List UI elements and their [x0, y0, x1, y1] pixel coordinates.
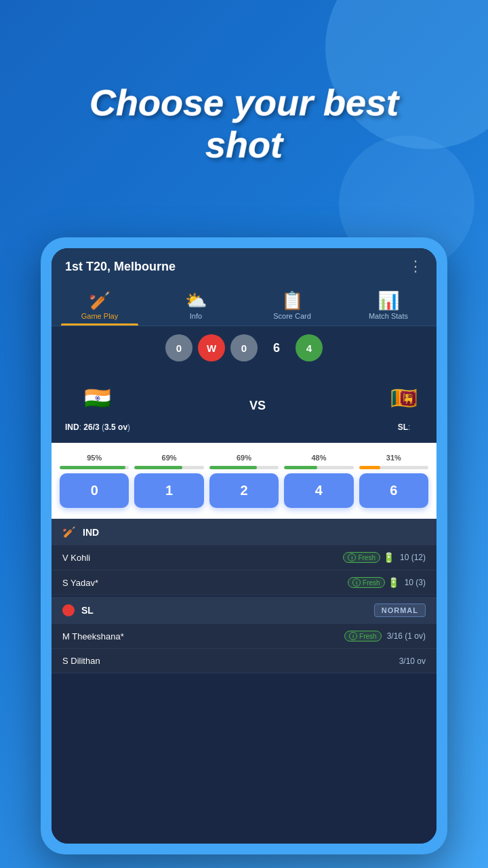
team-sl-name: SL — [81, 605, 94, 616]
team2-flag: 🇱🇰 — [385, 379, 423, 417]
ball-4: 4 — [296, 334, 323, 361]
shot-2-bar-track — [209, 466, 279, 469]
tab-gameplay[interactable]: 🏏 Game Play — [52, 285, 148, 326]
player-theekshana-badges: i Fresh — [344, 631, 382, 642]
shot-0-btn[interactable]: 0 — [60, 473, 129, 508]
yadav-fresh-badge: i Fresh — [348, 577, 385, 588]
kohli-fresh-badge: i Fresh — [343, 552, 380, 563]
shot-1: 69% 1 — [134, 454, 203, 508]
shot-4-bar — [284, 466, 317, 469]
shot-0-bar-track — [60, 466, 129, 469]
phone-frame: 1st T20, Melbourne ⋮ 🏏 Game Play ⛅ Info … — [41, 237, 447, 854]
player-yadav-name: S Yadav* — [62, 578, 344, 588]
shot-1-bar-track — [134, 466, 203, 469]
nav-tabs: 🏏 Game Play ⛅ Info 📋 Score Card 📊 Match … — [52, 285, 436, 326]
ball-w: W — [198, 334, 225, 361]
tab-gameplay-label: Game Play — [81, 312, 118, 320]
team-ind-block: 🏏 IND V Kohli i Fresh 🔋 10 (12) S — [52, 519, 436, 595]
tab-scorecard[interactable]: 📋 Score Card — [244, 285, 340, 326]
team1-wrap: 🇮🇳 IND: 26/3 (3.5 ov) — [65, 379, 130, 432]
info-dot: i — [348, 553, 356, 561]
gameplay-icon: 🏏 — [89, 292, 110, 309]
dilithan-score: 3/10 ov — [399, 656, 426, 666]
shot-6: 31% 6 — [359, 454, 428, 508]
info-icon: ⛅ — [185, 292, 207, 309]
menu-icon[interactable]: ⋮ — [408, 258, 423, 275]
team-sl-block: SL NORMAL M Theekshana* i Fresh 3/16 (1 … — [52, 597, 436, 673]
player-theekshana-name: M Theekshana* — [62, 631, 340, 642]
sl-dot — [62, 604, 75, 616]
shot-1-btn[interactable]: 1 — [134, 473, 203, 508]
shot-4-bar-track — [284, 466, 353, 469]
theekshana-score: 3/16 (1 ov) — [387, 631, 426, 641]
team-ind-name: IND — [83, 527, 99, 538]
player-dilithan-name: S Dilithan — [62, 656, 394, 666]
hero-title: Choose your best shot — [41, 81, 447, 165]
shot-section: 95% 0 69% 1 69% — [52, 443, 436, 519]
tab-matchstats[interactable]: 📊 Match Stats — [340, 285, 436, 326]
ball-6: 6 — [263, 334, 290, 361]
team-ind-header: 🏏 IND — [52, 519, 436, 545]
shot-2: 69% 2 — [209, 454, 279, 508]
bat-icon: 🏏 — [62, 526, 76, 538]
shot-6-bar — [359, 466, 381, 469]
shot-0-bar — [60, 466, 125, 469]
team-sl-header: SL NORMAL — [52, 597, 436, 624]
kohli-score: 10 (12) — [400, 553, 426, 562]
shot-4-pct: 48% — [311, 454, 326, 462]
shot-0-pct: 95% — [87, 454, 102, 462]
shot-6-bar-track — [359, 466, 428, 469]
vs-label: VS — [249, 399, 266, 413]
screen-header: 1st T20, Melbourne ⋮ — [52, 248, 436, 285]
theekshana-fresh-badge: i Fresh — [344, 631, 382, 642]
phone-screen: 1st T20, Melbourne ⋮ 🏏 Game Play ⛅ Info … — [52, 248, 436, 844]
tab-info[interactable]: ⛅ Info — [148, 285, 244, 326]
team1-flag: 🇮🇳 — [79, 379, 117, 417]
info-dot-2: i — [352, 578, 361, 587]
tab-info-label: Info — [190, 312, 202, 320]
shot-2-btn[interactable]: 2 — [209, 473, 279, 508]
kohli-battery-icon: 🔋 — [383, 552, 394, 563]
shot-options: 95% 0 69% 1 69% — [60, 454, 428, 508]
player-theekshana: M Theekshana* i Fresh 3/16 (1 ov) — [52, 624, 436, 649]
player-dilithan: S Dilithan 3/10 ov — [52, 649, 436, 673]
normal-badge: NORMAL — [374, 604, 426, 617]
player-yadav: S Yadav* i Fresh 🔋 10 (3) — [52, 570, 436, 595]
shot-2-bar — [209, 466, 258, 469]
shot-2-pct: 69% — [237, 454, 251, 462]
shot-4-btn[interactable]: 4 — [284, 473, 353, 508]
theekshana-fresh-label: Fresh — [359, 633, 377, 640]
player-kohli-badges: i Fresh 🔋 — [343, 552, 394, 563]
yadav-score: 10 (3) — [405, 578, 426, 587]
player-kohli: V Kohli i Fresh 🔋 10 (12) — [52, 545, 436, 570]
yadav-fresh-label: Fresh — [363, 579, 380, 587]
kohli-fresh-label: Fresh — [358, 554, 375, 561]
shot-6-pct: 31% — [386, 454, 401, 462]
score-balls-row: 0 W 0 6 4 — [52, 326, 436, 370]
yadav-battery-icon: 🔋 — [388, 577, 399, 588]
matchstats-icon: 📊 — [378, 292, 399, 309]
ball-0b: 0 — [230, 334, 258, 361]
match-section: 🇮🇳 IND: 26/3 (3.5 ov) VS 🇱🇰 SL: — [52, 370, 436, 443]
players-section: 🏏 IND V Kohli i Fresh 🔋 10 (12) S — [52, 519, 436, 844]
shot-4: 48% 4 — [284, 454, 353, 508]
team2-score: SL: — [398, 422, 411, 432]
scorecard-icon: 📋 — [281, 292, 303, 309]
match-title: 1st T20, Melbourne — [65, 260, 176, 274]
ball-0: 0 — [165, 334, 192, 361]
team1-score: IND: 26/3 (3.5 ov) — [65, 422, 130, 432]
tab-scorecard-label: Score Card — [273, 312, 311, 320]
player-yadav-badges: i Fresh 🔋 — [348, 577, 399, 588]
shot-0: 95% 0 — [60, 454, 129, 508]
info-dot-3: i — [349, 632, 357, 640]
shot-1-bar — [134, 466, 182, 469]
shot-6-btn[interactable]: 6 — [359, 473, 428, 508]
team2-wrap: 🇱🇰 SL: — [385, 379, 423, 432]
tab-matchstats-label: Match Stats — [369, 312, 408, 320]
shot-1-pct: 69% — [162, 454, 177, 462]
player-kohli-name: V Kohli — [62, 553, 339, 563]
